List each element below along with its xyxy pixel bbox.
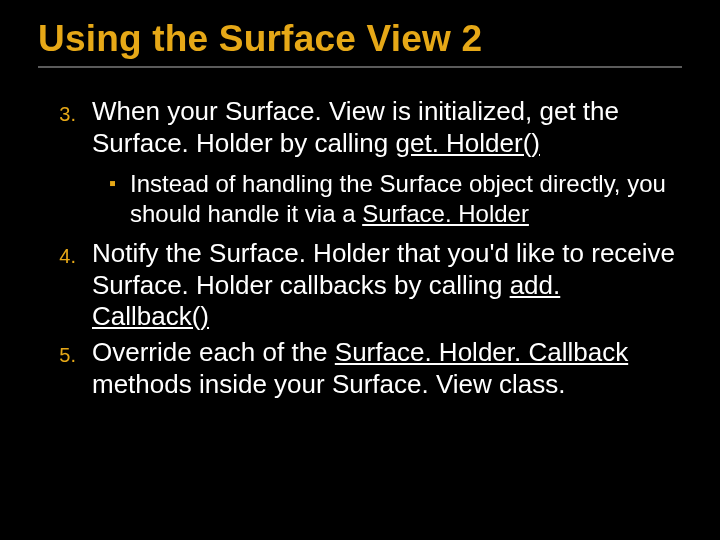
list-item: 4. Notify the Surface. Holder that you'd… [38, 238, 682, 333]
link-text: Surface. Holder [362, 200, 529, 227]
list-text: When your Surface. View is initialized, … [92, 96, 682, 159]
list-number: 5. [38, 337, 92, 400]
list-item: 3. When your Surface. View is initialize… [38, 96, 682, 159]
link-text: get. Holder() [395, 128, 540, 158]
list-item: 5. Override each of the Surface. Holder.… [38, 337, 682, 400]
text-run: Notify the Surface. Holder that you'd li… [92, 238, 675, 300]
list-text: Override each of the Surface. Holder. Ca… [92, 337, 682, 400]
list-text: Notify the Surface. Holder that you'd li… [92, 238, 682, 333]
slide-content: 3. When your Surface. View is initialize… [38, 96, 682, 401]
slide: Using the Surface View 2 3. When your Su… [0, 0, 720, 540]
sub-list-item: ▪ Instead of handling the Surface object… [38, 169, 682, 228]
sub-list-text: Instead of handling the Surface object d… [130, 169, 682, 228]
text-run: methods inside your Surface. View class. [92, 369, 566, 399]
text-run: Override each of the [92, 337, 335, 367]
list-number: 3. [38, 96, 92, 159]
square-bullet-icon: ▪ [38, 169, 130, 228]
list-number: 4. [38, 238, 92, 333]
link-text: Surface. Holder. Callback [335, 337, 628, 367]
slide-title: Using the Surface View 2 [38, 18, 682, 68]
